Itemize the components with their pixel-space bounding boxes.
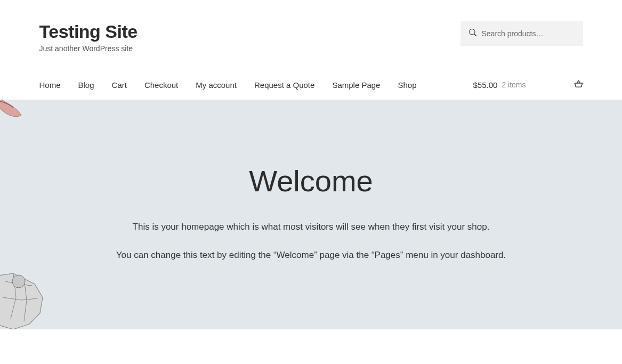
primary-nav: Home Blog Cart Checkout My account Reque… (13, 70, 610, 100)
basket-icon (574, 79, 583, 91)
cart-info: $55.00 2 items (473, 80, 526, 90)
nav-my-account[interactable]: My account (196, 80, 237, 90)
hero-section: Welcome This is your homepage which is w… (0, 100, 622, 329)
nav-cart[interactable]: Cart (112, 80, 127, 90)
site-title[interactable]: Testing Site (39, 21, 461, 42)
nav-home[interactable]: Home (39, 80, 61, 90)
nav-shop[interactable]: Shop (398, 80, 416, 90)
hero-decoration-top (0, 100, 29, 121)
svg-point-0 (12, 275, 25, 288)
site-tagline: Just another WordPress site (39, 44, 461, 53)
nav-sample-page[interactable]: Sample Page (332, 80, 380, 90)
nav-request-quote[interactable]: Request a Quote (254, 80, 314, 90)
cart-widget[interactable]: $55.00 2 items (473, 79, 583, 91)
hero-decoration-bottom (0, 271, 48, 329)
cart-total: $55.00 (473, 80, 497, 90)
site-header: Testing Site Just another WordPress site (13, 0, 610, 53)
nav-blog[interactable]: Blog (78, 80, 94, 90)
hero-text-2: You can change this text by editing the … (11, 248, 611, 262)
cart-count: 2 items (502, 80, 526, 89)
search-input[interactable] (482, 29, 575, 38)
hero-title: Welcome (11, 164, 611, 198)
search-icon (469, 29, 476, 38)
search-box[interactable] (461, 21, 583, 46)
branding: Testing Site Just another WordPress site (39, 21, 461, 53)
hero-text-1: This is your homepage which is what most… (11, 220, 611, 234)
nav-checkout[interactable]: Checkout (144, 80, 178, 90)
nav-links: Home Blog Cart Checkout My account Reque… (39, 80, 417, 90)
